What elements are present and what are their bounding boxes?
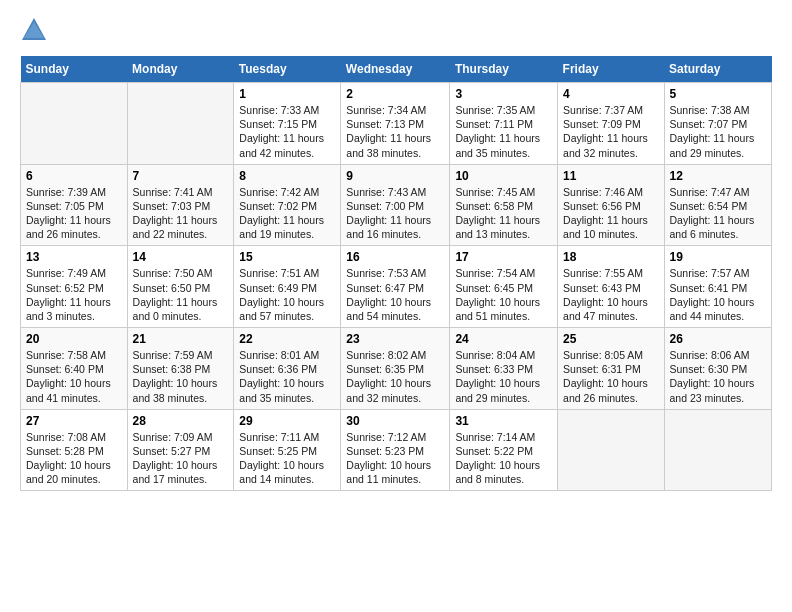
cell-5-4: 30Sunrise: 7:12 AMSunset: 5:23 PMDayligh…	[341, 409, 450, 491]
cell-5-7	[664, 409, 772, 491]
day-number: 28	[133, 414, 229, 428]
calendar-table: SundayMondayTuesdayWednesdayThursdayFrid…	[20, 56, 772, 491]
day-number: 18	[563, 250, 658, 264]
cell-details: Sunrise: 8:01 AMSunset: 6:36 PMDaylight:…	[239, 348, 335, 405]
header-row: SundayMondayTuesdayWednesdayThursdayFrid…	[21, 56, 772, 83]
cell-1-4: 2Sunrise: 7:34 AMSunset: 7:13 PMDaylight…	[341, 83, 450, 165]
day-number: 29	[239, 414, 335, 428]
cell-1-3: 1Sunrise: 7:33 AMSunset: 7:15 PMDaylight…	[234, 83, 341, 165]
cell-details: Sunrise: 7:14 AMSunset: 5:22 PMDaylight:…	[455, 430, 552, 487]
cell-3-5: 17Sunrise: 7:54 AMSunset: 6:45 PMDayligh…	[450, 246, 558, 328]
day-number: 14	[133, 250, 229, 264]
day-number: 7	[133, 169, 229, 183]
day-number: 17	[455, 250, 552, 264]
cell-3-6: 18Sunrise: 7:55 AMSunset: 6:43 PMDayligh…	[558, 246, 664, 328]
cell-1-6: 4Sunrise: 7:37 AMSunset: 7:09 PMDaylight…	[558, 83, 664, 165]
col-header-sunday: Sunday	[21, 56, 128, 83]
week-row-2: 6Sunrise: 7:39 AMSunset: 7:05 PMDaylight…	[21, 164, 772, 246]
day-number: 3	[455, 87, 552, 101]
cell-4-2: 21Sunrise: 7:59 AMSunset: 6:38 PMDayligh…	[127, 328, 234, 410]
day-number: 30	[346, 414, 444, 428]
cell-details: Sunrise: 7:58 AMSunset: 6:40 PMDaylight:…	[26, 348, 122, 405]
cell-details: Sunrise: 7:12 AMSunset: 5:23 PMDaylight:…	[346, 430, 444, 487]
cell-4-4: 23Sunrise: 8:02 AMSunset: 6:35 PMDayligh…	[341, 328, 450, 410]
cell-details: Sunrise: 7:38 AMSunset: 7:07 PMDaylight:…	[670, 103, 767, 160]
day-number: 22	[239, 332, 335, 346]
day-number: 11	[563, 169, 658, 183]
cell-details: Sunrise: 7:37 AMSunset: 7:09 PMDaylight:…	[563, 103, 658, 160]
cell-3-4: 16Sunrise: 7:53 AMSunset: 6:47 PMDayligh…	[341, 246, 450, 328]
day-number: 10	[455, 169, 552, 183]
logo-icon	[20, 16, 48, 44]
cell-details: Sunrise: 8:05 AMSunset: 6:31 PMDaylight:…	[563, 348, 658, 405]
day-number: 20	[26, 332, 122, 346]
cell-2-2: 7Sunrise: 7:41 AMSunset: 7:03 PMDaylight…	[127, 164, 234, 246]
day-number: 27	[26, 414, 122, 428]
col-header-monday: Monday	[127, 56, 234, 83]
cell-details: Sunrise: 7:11 AMSunset: 5:25 PMDaylight:…	[239, 430, 335, 487]
cell-5-2: 28Sunrise: 7:09 AMSunset: 5:27 PMDayligh…	[127, 409, 234, 491]
cell-2-3: 8Sunrise: 7:42 AMSunset: 7:02 PMDaylight…	[234, 164, 341, 246]
cell-details: Sunrise: 8:06 AMSunset: 6:30 PMDaylight:…	[670, 348, 767, 405]
cell-5-3: 29Sunrise: 7:11 AMSunset: 5:25 PMDayligh…	[234, 409, 341, 491]
cell-details: Sunrise: 7:53 AMSunset: 6:47 PMDaylight:…	[346, 266, 444, 323]
cell-5-6	[558, 409, 664, 491]
cell-4-3: 22Sunrise: 8:01 AMSunset: 6:36 PMDayligh…	[234, 328, 341, 410]
cell-details: Sunrise: 7:34 AMSunset: 7:13 PMDaylight:…	[346, 103, 444, 160]
cell-details: Sunrise: 7:50 AMSunset: 6:50 PMDaylight:…	[133, 266, 229, 323]
cell-3-1: 13Sunrise: 7:49 AMSunset: 6:52 PMDayligh…	[21, 246, 128, 328]
cell-5-1: 27Sunrise: 7:08 AMSunset: 5:28 PMDayligh…	[21, 409, 128, 491]
cell-details: Sunrise: 7:08 AMSunset: 5:28 PMDaylight:…	[26, 430, 122, 487]
cell-2-6: 11Sunrise: 7:46 AMSunset: 6:56 PMDayligh…	[558, 164, 664, 246]
svg-marker-1	[24, 22, 44, 38]
cell-4-6: 25Sunrise: 8:05 AMSunset: 6:31 PMDayligh…	[558, 328, 664, 410]
col-header-saturday: Saturday	[664, 56, 772, 83]
day-number: 19	[670, 250, 767, 264]
cell-details: Sunrise: 7:35 AMSunset: 7:11 PMDaylight:…	[455, 103, 552, 160]
cell-details: Sunrise: 7:41 AMSunset: 7:03 PMDaylight:…	[133, 185, 229, 242]
cell-1-1	[21, 83, 128, 165]
cell-3-7: 19Sunrise: 7:57 AMSunset: 6:41 PMDayligh…	[664, 246, 772, 328]
day-number: 21	[133, 332, 229, 346]
cell-details: Sunrise: 7:54 AMSunset: 6:45 PMDaylight:…	[455, 266, 552, 323]
cell-details: Sunrise: 8:02 AMSunset: 6:35 PMDaylight:…	[346, 348, 444, 405]
day-number: 31	[455, 414, 552, 428]
day-number: 15	[239, 250, 335, 264]
week-row-1: 1Sunrise: 7:33 AMSunset: 7:15 PMDaylight…	[21, 83, 772, 165]
col-header-wednesday: Wednesday	[341, 56, 450, 83]
cell-4-7: 26Sunrise: 8:06 AMSunset: 6:30 PMDayligh…	[664, 328, 772, 410]
cell-3-2: 14Sunrise: 7:50 AMSunset: 6:50 PMDayligh…	[127, 246, 234, 328]
week-row-5: 27Sunrise: 7:08 AMSunset: 5:28 PMDayligh…	[21, 409, 772, 491]
day-number: 13	[26, 250, 122, 264]
cell-2-4: 9Sunrise: 7:43 AMSunset: 7:00 PMDaylight…	[341, 164, 450, 246]
day-number: 5	[670, 87, 767, 101]
cell-details: Sunrise: 7:55 AMSunset: 6:43 PMDaylight:…	[563, 266, 658, 323]
day-number: 8	[239, 169, 335, 183]
cell-5-5: 31Sunrise: 7:14 AMSunset: 5:22 PMDayligh…	[450, 409, 558, 491]
cell-1-5: 3Sunrise: 7:35 AMSunset: 7:11 PMDaylight…	[450, 83, 558, 165]
page: SundayMondayTuesdayWednesdayThursdayFrid…	[0, 0, 792, 507]
cell-3-3: 15Sunrise: 7:51 AMSunset: 6:49 PMDayligh…	[234, 246, 341, 328]
day-number: 4	[563, 87, 658, 101]
cell-1-2	[127, 83, 234, 165]
header	[20, 16, 772, 44]
cell-2-5: 10Sunrise: 7:45 AMSunset: 6:58 PMDayligh…	[450, 164, 558, 246]
cell-details: Sunrise: 7:51 AMSunset: 6:49 PMDaylight:…	[239, 266, 335, 323]
cell-details: Sunrise: 7:09 AMSunset: 5:27 PMDaylight:…	[133, 430, 229, 487]
cell-details: Sunrise: 7:39 AMSunset: 7:05 PMDaylight:…	[26, 185, 122, 242]
cell-4-1: 20Sunrise: 7:58 AMSunset: 6:40 PMDayligh…	[21, 328, 128, 410]
cell-details: Sunrise: 7:57 AMSunset: 6:41 PMDaylight:…	[670, 266, 767, 323]
cell-details: Sunrise: 7:59 AMSunset: 6:38 PMDaylight:…	[133, 348, 229, 405]
cell-details: Sunrise: 7:33 AMSunset: 7:15 PMDaylight:…	[239, 103, 335, 160]
cell-1-7: 5Sunrise: 7:38 AMSunset: 7:07 PMDaylight…	[664, 83, 772, 165]
cell-details: Sunrise: 7:49 AMSunset: 6:52 PMDaylight:…	[26, 266, 122, 323]
day-number: 9	[346, 169, 444, 183]
day-number: 26	[670, 332, 767, 346]
logo	[20, 16, 52, 44]
cell-2-7: 12Sunrise: 7:47 AMSunset: 6:54 PMDayligh…	[664, 164, 772, 246]
day-number: 16	[346, 250, 444, 264]
day-number: 24	[455, 332, 552, 346]
cell-2-1: 6Sunrise: 7:39 AMSunset: 7:05 PMDaylight…	[21, 164, 128, 246]
cell-details: Sunrise: 7:42 AMSunset: 7:02 PMDaylight:…	[239, 185, 335, 242]
day-number: 25	[563, 332, 658, 346]
